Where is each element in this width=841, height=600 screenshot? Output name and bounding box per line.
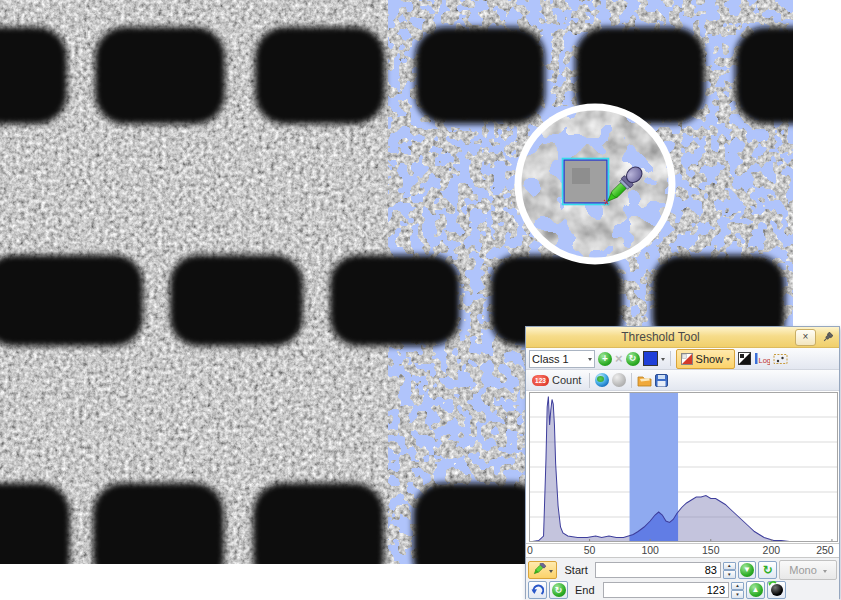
start-input[interactable] xyxy=(595,562,721,578)
axis-tick-label: 0 xyxy=(527,544,533,556)
histogram-x-axis: 050100150200250 xyxy=(526,544,839,557)
end-apply-button[interactable]: ▲ xyxy=(746,581,765,599)
globe-icon[interactable] xyxy=(595,373,609,387)
axis-tick-label: 200 xyxy=(763,544,781,556)
panel-title: Threshold Tool xyxy=(526,330,795,344)
start-auto-button[interactable]: ↻ xyxy=(758,561,777,579)
reload-class-button[interactable]: ↻ xyxy=(626,352,640,366)
pin-icon xyxy=(822,332,833,343)
show-dropdown-icon xyxy=(726,358,730,363)
histogram-svg[interactable] xyxy=(529,392,838,542)
show-overlay-button[interactable]: Show xyxy=(676,349,736,369)
sphere-disabled-icon xyxy=(612,373,626,387)
threshold-controls: Start ▲▼ ▼ ↻ Mono ↻ End ▲▼ ▲ xyxy=(526,557,839,600)
black-ball-icon xyxy=(771,584,783,596)
threshold-tool-panel: Threshold Tool × Class 1 + × ↻ xyxy=(525,326,840,599)
color-dropdown-icon[interactable] xyxy=(661,358,665,363)
start-apply-button[interactable]: ▼ xyxy=(738,561,757,579)
end-input[interactable] xyxy=(603,582,729,598)
arrow-up-ball-icon: ▲ xyxy=(749,583,763,597)
count-toolbar: 123 Count xyxy=(526,370,839,391)
svg-text:Log: Log xyxy=(759,356,771,365)
end-pick-dark-button[interactable] xyxy=(767,581,786,599)
panel-titlebar[interactable]: Threshold Tool × xyxy=(526,327,839,348)
start-row: Start ▲▼ ▼ ↻ Mono xyxy=(526,560,839,580)
axis-tick-label: 250 xyxy=(816,544,834,556)
arrow-down-ball-icon: ▼ xyxy=(740,563,754,577)
histogram-plot[interactable] xyxy=(526,391,839,544)
show-label: Show xyxy=(696,353,724,365)
delete-class-button[interactable]: × xyxy=(615,352,623,365)
mono-dropdown[interactable]: Mono xyxy=(779,560,837,580)
undo-button[interactable] xyxy=(528,581,547,599)
class-toolbar: Class 1 + × ↻ Show Log xyxy=(526,348,839,370)
mono-dropdown-icon xyxy=(823,570,827,575)
sample-region[interactable] xyxy=(563,159,609,205)
start-spinner[interactable]: ▲▼ xyxy=(723,562,736,579)
load-settings-icon[interactable] xyxy=(637,374,652,387)
start-label: Start xyxy=(564,564,592,576)
end-spinner[interactable]: ▲▼ xyxy=(731,582,744,599)
end-label: End xyxy=(575,584,601,596)
close-icon: × xyxy=(803,332,809,342)
axis-tick-label: 50 xyxy=(584,544,596,556)
auto-range-icon[interactable] xyxy=(773,353,788,365)
magnifier-loupe[interactable] xyxy=(515,104,675,264)
application-workspace: { "panel": { "title": "Threshold Tool", … xyxy=(0,0,841,600)
log-scale-icon[interactable]: Log xyxy=(754,352,770,365)
save-icon[interactable] xyxy=(655,374,668,387)
class-selector[interactable]: Class 1 xyxy=(529,350,595,368)
count-button[interactable]: 123 Count xyxy=(529,372,584,389)
axis-tick-label: 100 xyxy=(641,544,659,556)
end-reload-button[interactable]: ↻ xyxy=(549,581,568,599)
picker-mode-button[interactable] xyxy=(528,561,557,579)
add-class-button[interactable]: + xyxy=(598,352,612,366)
class-color-swatch[interactable] xyxy=(643,351,658,366)
end-row: ↻ End ▲▼ ▲ xyxy=(526,580,839,600)
eyedropper-icon xyxy=(532,563,547,577)
count-icon: 123 xyxy=(532,375,549,386)
mask-preview-icon[interactable] xyxy=(738,352,751,365)
class-selector-value: Class 1 xyxy=(532,353,586,365)
reload-ball-icon: ↻ xyxy=(552,583,566,597)
autohide-button[interactable] xyxy=(819,330,835,345)
cycle-icon: ↻ xyxy=(763,563,773,577)
count-label: Count xyxy=(552,374,581,386)
chevron-down-icon xyxy=(588,358,592,363)
close-button[interactable]: × xyxy=(795,329,816,346)
undo-icon xyxy=(531,584,544,596)
picker-dropdown-icon xyxy=(549,570,553,575)
show-overlay-icon xyxy=(681,353,693,365)
axis-tick-label: 150 xyxy=(702,544,720,556)
mono-label: Mono xyxy=(789,564,817,576)
